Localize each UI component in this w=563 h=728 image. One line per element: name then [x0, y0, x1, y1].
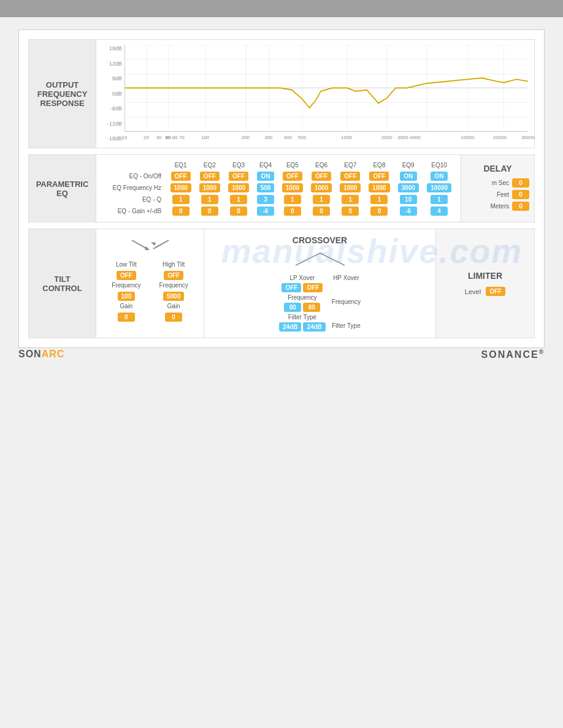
delay-msec-label: m Sec [492, 180, 509, 186]
delay-feet-row: Feet 0 [466, 190, 529, 199]
delay-title: DELAY [483, 164, 511, 173]
high-tilt-gain-label: Gain [167, 303, 180, 309]
eq8-freq[interactable]: 1000 [365, 182, 394, 194]
high-tilt-freq-value[interactable]: 5000 [163, 292, 184, 301]
eq6-gain[interactable]: 0 [307, 205, 335, 217]
eq2-q[interactable]: 1 [195, 194, 224, 205]
eq7-freq[interactable]: 1000 [336, 182, 365, 194]
eq-gain-label: EQ - Gain +/-dB [101, 205, 166, 217]
parametric-eq-label: PARAMETRICEQ [29, 155, 96, 222]
y-label-neg12db: -12dB [102, 121, 124, 127]
eq3-gain[interactable]: 0 [224, 205, 253, 217]
x-label-300: 300 [264, 135, 272, 140]
delay-msec-value[interactable]: 0 [512, 178, 529, 188]
eq-q-label: EQ - Q [101, 194, 166, 205]
svg-line-20 [153, 240, 169, 249]
delay-feet-value[interactable]: 0 [512, 190, 529, 199]
lp-xover-filtertype1[interactable]: 24dB [279, 322, 301, 332]
eq2-freq[interactable]: 1000 [195, 182, 224, 194]
crossover-title: CROSSOVER [293, 235, 347, 245]
low-tilt-gain-value[interactable]: 0 [118, 313, 135, 322]
x-label-1000: 1000 [341, 135, 352, 140]
high-tilt-col: High Tilt OFF Frequency 5000 Gain 0 [159, 261, 188, 322]
delay-meters-value[interactable]: 0 [512, 202, 529, 211]
eq9-gain[interactable]: -6 [394, 205, 423, 217]
svg-line-23 [320, 253, 345, 265]
eq6-q[interactable]: 1 [307, 194, 335, 205]
eq1-onoff[interactable]: OFF [166, 170, 195, 182]
lp-xover-freq1[interactable]: 80 [284, 303, 301, 312]
lp-xover-freq2[interactable]: 80 [303, 303, 320, 312]
low-tilt-freq-value[interactable]: 100 [118, 292, 136, 301]
eq3-freq[interactable]: 1000 [224, 182, 253, 194]
eq-col-9-header: EQ9 [394, 160, 423, 170]
eq-row-onoff: EQ - On/Off OFF OFF OFF ON OFF OFF OFF O… [101, 170, 456, 182]
eq2-gain[interactable]: 0 [195, 205, 224, 217]
eq5-onoff[interactable]: OFF [278, 170, 307, 182]
eq3-onoff[interactable]: OFF [224, 170, 253, 182]
lp-xover-label: LP Xover [289, 275, 315, 281]
eq9-q[interactable]: 10 [394, 194, 423, 205]
delay-feet-label: Feet [497, 191, 509, 198]
eq8-q[interactable]: 1 [365, 194, 394, 205]
footer: SONARC SONANCE® [18, 349, 545, 360]
low-tilt-col: Low Tilt OFF Frequency 100 Gain 0 [112, 261, 140, 322]
lp-xover-filtertype2[interactable]: 24dB [303, 322, 325, 332]
svg-line-18 [132, 240, 147, 249]
hp-xover-label: HP Xover [333, 275, 359, 281]
limiter-level-value[interactable]: OFF [486, 287, 505, 296]
eq7-gain[interactable]: 0 [336, 205, 365, 217]
x-label-500: 500 [298, 135, 306, 140]
y-label-neg6db: -6dB [102, 106, 124, 112]
eq4-freq[interactable]: 500 [253, 182, 278, 194]
lp-xover-onoff2[interactable]: OFF [303, 283, 323, 292]
eq1-freq[interactable]: 1000 [166, 182, 195, 194]
eq6-freq[interactable]: 1000 [307, 182, 335, 194]
footer-arc: ARC [42, 349, 65, 359]
lp-xover-filtertype-label: Filter Type [288, 314, 317, 320]
eq5-gain[interactable]: 0 [278, 205, 307, 217]
low-tilt-onoff[interactable]: OFF [117, 271, 136, 280]
crossover-section: CROSSOVER LP Xover OFF OFF [204, 229, 436, 338]
eq10-q[interactable]: 1 [423, 194, 456, 205]
x-label-20000: 20000 [493, 135, 507, 140]
high-tilt-gain-value[interactable]: 0 [165, 313, 182, 322]
eq-col-3-header: EQ3 [224, 160, 253, 170]
eq9-onoff[interactable]: ON [394, 170, 423, 182]
eq6-onoff[interactable]: OFF [307, 170, 335, 182]
x-axis-labels: 10 20 30 40 50 80 70 100 200 300 400 500… [124, 132, 528, 143]
chart-inner [124, 45, 528, 132]
eq4-q[interactable]: 3 [253, 194, 278, 205]
eq-col-2-header: EQ2 [195, 160, 224, 170]
x-label-100: 100 [201, 135, 209, 140]
eq-row-gain: EQ - Gain +/-dB 0 0 0 -6 0 0 0 0 -6 4 [101, 205, 456, 217]
eq3-q[interactable]: 1 [224, 194, 253, 205]
eq-col-7-header: EQ7 [336, 160, 365, 170]
eq5-q[interactable]: 1 [278, 194, 307, 205]
eq7-onoff[interactable]: OFF [336, 170, 365, 182]
tilt-content: Low Tilt OFF Frequency 100 Gain 0 High T… [96, 229, 204, 338]
lp-xover-onoff1[interactable]: OFF [282, 283, 301, 292]
y-label-0db: 0dB [102, 91, 124, 97]
crossover-inner: LP Xover OFF OFF Frequency 80 80 Filter … [279, 275, 361, 332]
eq7-q[interactable]: 1 [336, 194, 365, 205]
eq10-freq[interactable]: 10000 [423, 182, 456, 194]
eq5-freq[interactable]: 1000 [278, 182, 307, 194]
eq-content: EQ1 EQ2 EQ3 EQ4 EQ5 EQ6 EQ7 EQ8 EQ9 EQ10 [96, 155, 461, 222]
eq8-onoff[interactable]: OFF [365, 170, 394, 182]
hp-xover-col: HP Xover Frequency Filter Type [332, 275, 361, 329]
top-bar [0, 0, 563, 17]
eq10-onoff[interactable]: ON [423, 170, 456, 182]
high-tilt-onoff[interactable]: OFF [164, 271, 183, 280]
eq8-gain[interactable]: 0 [365, 205, 394, 217]
eq1-q[interactable]: 1 [166, 194, 195, 205]
eq2-onoff[interactable]: OFF [195, 170, 224, 182]
eq9-freq[interactable]: 3000 [394, 182, 423, 194]
x-label-10: 10 [122, 135, 128, 140]
bottom-section: TILTCONTROL [28, 229, 535, 338]
svg-marker-21 [151, 242, 156, 246]
eq10-gain[interactable]: 4 [423, 205, 456, 217]
eq4-onoff[interactable]: ON [253, 170, 278, 182]
eq4-gain[interactable]: -6 [253, 205, 278, 217]
eq1-gain[interactable]: 0 [166, 205, 195, 217]
